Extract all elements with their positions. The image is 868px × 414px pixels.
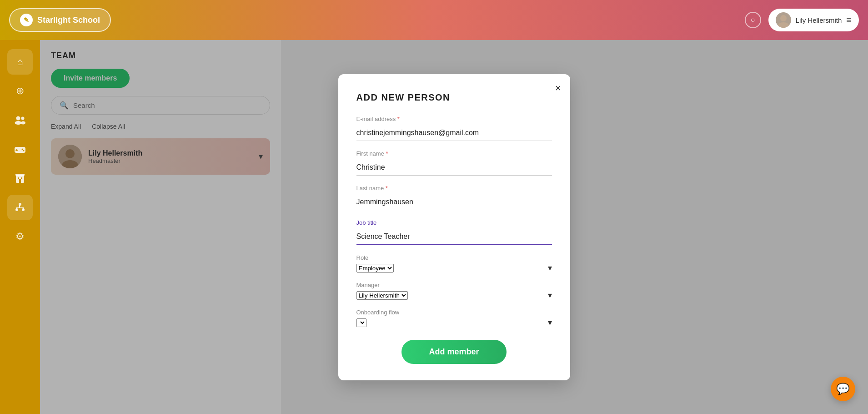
sidebar: ⌂ ⊕ (0, 40, 40, 414)
svg-point-9 (22, 149, 23, 150)
onboarding-label: Onboarding flow (356, 309, 552, 316)
manager-label: Manager (356, 282, 552, 288)
sidebar-item-add[interactable]: ⊕ (7, 78, 33, 104)
sidebar-item-home[interactable]: ⌂ (7, 49, 33, 75)
sidebar-item-orgchart[interactable] (7, 195, 33, 220)
manager-field-group: Manager Lily Hellersmith (356, 282, 552, 300)
role-select-wrapper: Employee Manager Admin (356, 264, 552, 273)
email-input[interactable] (356, 125, 552, 141)
chat-bubble-button[interactable]: 💬 (831, 377, 855, 401)
svg-rect-19 (20, 207, 24, 208)
sidebar-item-building[interactable] (7, 166, 33, 191)
hamburger-icon: ≡ (846, 15, 852, 25)
main-area: TEAM Invite members 🔍 Expand All Collaps… (40, 40, 868, 414)
logo-text: Starlight School (37, 15, 100, 25)
lastname-input[interactable] (356, 194, 552, 210)
svg-rect-12 (15, 174, 25, 176)
svg-rect-22 (16, 207, 17, 210)
email-field-group: E-mail address * (356, 116, 552, 141)
svg-rect-13 (18, 177, 19, 179)
role-label: Role (356, 254, 552, 261)
onboarding-select-wrapper (356, 318, 552, 327)
logo-icon: ✎ (20, 14, 33, 26)
user-avatar (776, 12, 791, 28)
header-right: ○ Lily Hellersmith ≡ (745, 9, 859, 31)
notification-icon[interactable]: ○ (745, 12, 761, 28)
svg-rect-23 (23, 207, 24, 210)
email-label: E-mail address * (356, 116, 552, 122)
modal-title: ADD NEW PERSON (356, 92, 552, 103)
email-required: * (397, 116, 400, 122)
svg-point-5 (21, 121, 25, 125)
header: ✎ Starlight School ○ Lily Hellersmith ≡ (0, 0, 868, 40)
user-menu-button[interactable]: Lily Hellersmith ≡ (768, 9, 859, 31)
onboarding-select[interactable] (356, 318, 366, 327)
onboarding-field-group: Onboarding flow (356, 309, 552, 327)
jobtitle-field-group: Job title (356, 219, 552, 245)
svg-rect-8 (15, 150, 18, 151)
svg-point-0 (780, 15, 787, 21)
jobtitle-input[interactable] (356, 229, 552, 245)
lastname-label: Last name * (356, 185, 552, 192)
role-select[interactable]: Employee Manager Admin (356, 264, 394, 273)
svg-point-10 (23, 150, 25, 151)
svg-point-2 (16, 116, 20, 121)
manager-select-wrapper: Lily Hellersmith (356, 291, 552, 300)
sidebar-item-group[interactable] (7, 107, 33, 133)
jobtitle-label: Job title (356, 219, 552, 226)
svg-rect-17 (19, 205, 20, 207)
svg-rect-18 (16, 207, 20, 208)
svg-point-4 (21, 117, 25, 120)
firstname-label: First name * (356, 150, 552, 157)
sidebar-item-games[interactable] (7, 136, 33, 162)
modal-close-button[interactable]: × (555, 83, 561, 93)
add-member-button[interactable]: Add member (401, 340, 506, 364)
logo-button[interactable]: ✎ Starlight School (9, 8, 111, 32)
svg-point-1 (778, 22, 789, 28)
svg-rect-15 (19, 179, 21, 183)
modal-overlay: × ADD NEW PERSON E-mail address * First … (40, 40, 868, 414)
svg-rect-14 (21, 177, 22, 179)
svg-point-3 (15, 121, 22, 125)
user-name: Lily Hellersmith (796, 16, 842, 24)
chat-icon: 💬 (836, 383, 850, 395)
modal-add-new-person: × ADD NEW PERSON E-mail address * First … (338, 74, 570, 380)
sidebar-item-settings[interactable]: ⚙ (7, 224, 33, 249)
manager-select[interactable]: Lily Hellersmith (356, 291, 408, 300)
firstname-field-group: First name * (356, 150, 552, 176)
firstname-input[interactable] (356, 160, 552, 176)
lastname-field-group: Last name * (356, 185, 552, 210)
role-field-group: Role Employee Manager Admin (356, 254, 552, 273)
